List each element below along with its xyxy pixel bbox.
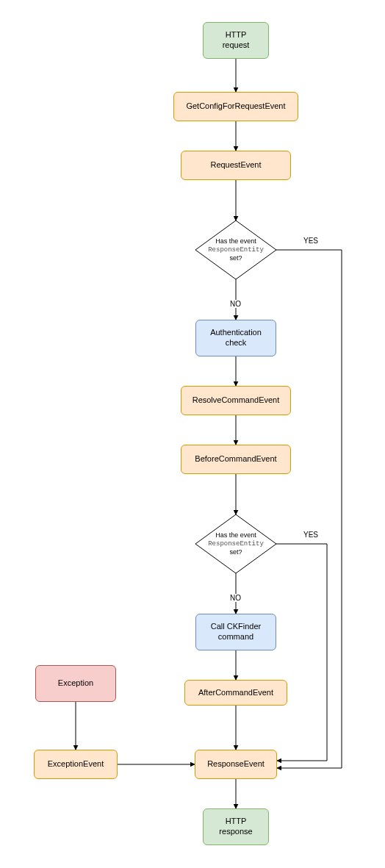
decision-response-set-1: Has the event ResponseEntity set?	[195, 220, 276, 279]
node-after-command: AfterCommandEvent	[184, 680, 287, 706]
node-exception: Exception	[35, 665, 116, 702]
dec1-line2: ResponseEntity	[208, 246, 264, 254]
node-auth-check: Authenticationcheck	[195, 320, 276, 356]
dec2-line3: set?	[229, 548, 242, 556]
flow-edges	[0, 0, 385, 868]
node-http-request: HTTPrequest	[203, 22, 269, 59]
node-http-response: HTTPresponse	[203, 808, 269, 845]
dec1-yes-label: YES	[303, 237, 319, 245]
dec1-line3: set?	[229, 254, 242, 262]
dec1-line1: Has the event	[215, 237, 256, 245]
node-getconfig-event: GetConfigForRequestEvent	[173, 92, 298, 121]
node-call-ckfinder: Call CKFindercommand	[195, 614, 276, 650]
node-before-command: BeforeCommandEvent	[181, 445, 291, 474]
node-exception-event: ExceptionEvent	[34, 750, 118, 779]
dec1-no-label: NO	[229, 300, 242, 308]
decision-response-set-2: Has the event ResponseEntity set?	[195, 514, 276, 573]
dec2-yes-label: YES	[303, 531, 319, 539]
node-request-event: RequestEvent	[181, 151, 291, 180]
node-resolve-command: ResolveCommandEvent	[181, 386, 291, 415]
dec2-line1: Has the event	[215, 531, 256, 539]
dec2-no-label: NO	[229, 594, 242, 602]
node-response-event: ResponseEvent	[195, 750, 277, 779]
dec2-line2: ResponseEntity	[208, 540, 264, 548]
